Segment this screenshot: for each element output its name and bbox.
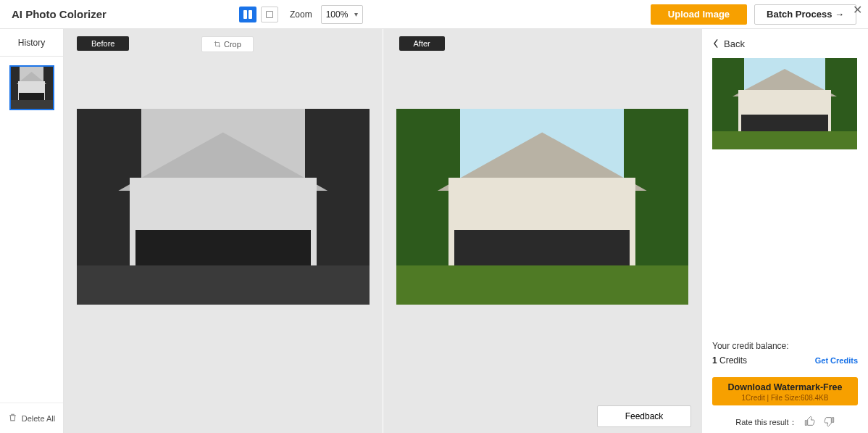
download-watermark-free-button[interactable]: Download Watermark-Free 1Credit | File S…: [712, 377, 858, 405]
feedback-button[interactable]: Feedback: [597, 405, 691, 427]
zoom-select[interactable]: 100% ▾: [321, 5, 363, 24]
trash-icon: [8, 413, 17, 424]
header-center-controls: Zoom 100% ▾: [239, 5, 363, 24]
before-image[interactable]: [77, 109, 370, 305]
history-thumbnail[interactable]: [9, 65, 54, 110]
app-title: AI Photo Colorizer: [12, 8, 107, 20]
crop-icon: [214, 41, 221, 48]
after-pane: After Feedback: [383, 29, 702, 433]
thumbs-down-icon[interactable]: [823, 416, 835, 429]
after-image[interactable]: [396, 109, 689, 305]
rate-row: Rate this result：: [712, 416, 858, 429]
get-credits-link[interactable]: Get Credits: [815, 356, 858, 365]
rate-label: Rate this result：: [735, 417, 796, 428]
zoom-value: 100%: [326, 9, 349, 20]
delete-all-button[interactable]: Delete All: [0, 403, 63, 433]
header-right-controls: Upload Image Batch Process →: [651, 4, 856, 25]
body-columns: History Delete All Before Crop: [0, 29, 868, 433]
credit-block: Your credit balance: 1 Credits Get Credi…: [712, 334, 858, 433]
view-single-button[interactable]: [261, 7, 278, 22]
before-badge: Before: [77, 36, 129, 51]
back-chevron-icon: [712, 38, 719, 49]
sidebar: History Delete All: [0, 29, 64, 433]
thumbnail-image: [11, 67, 53, 109]
batch-process-button[interactable]: Batch Process →: [754, 4, 856, 25]
close-icon[interactable]: ✕: [853, 3, 862, 17]
download-main-label: Download Watermark-Free: [712, 382, 858, 392]
back-button[interactable]: Back: [712, 29, 858, 58]
header-bar: AI Photo Colorizer Zoom 100% ▾ Upload Im…: [0, 0, 868, 29]
history-header: History: [0, 29, 63, 57]
delete-all-label: Delete All: [22, 414, 55, 423]
zoom-label: Zoom: [290, 9, 312, 20]
credit-balance-label: Your credit balance:: [712, 341, 858, 351]
view-split-button[interactable]: [239, 7, 256, 22]
before-pane: Before Crop: [64, 29, 383, 433]
download-sub-label: 1Credit | File Size:608.4KB: [712, 394, 858, 402]
thumbs-up-icon[interactable]: [804, 416, 816, 429]
upload-image-button[interactable]: Upload Image: [651, 4, 747, 25]
crop-label: Crop: [224, 40, 241, 49]
back-label: Back: [724, 38, 745, 49]
credits-value: 1 Credits: [712, 355, 747, 366]
crop-button[interactable]: Crop: [201, 36, 254, 52]
right-panel: Back Your credit balance: 1 Credits Get …: [701, 29, 868, 433]
workspace: Before Crop After Feedback: [64, 29, 701, 433]
result-preview[interactable]: [712, 58, 857, 149]
chevron-down-icon: ▾: [354, 10, 358, 18]
after-badge: After: [399, 36, 445, 51]
